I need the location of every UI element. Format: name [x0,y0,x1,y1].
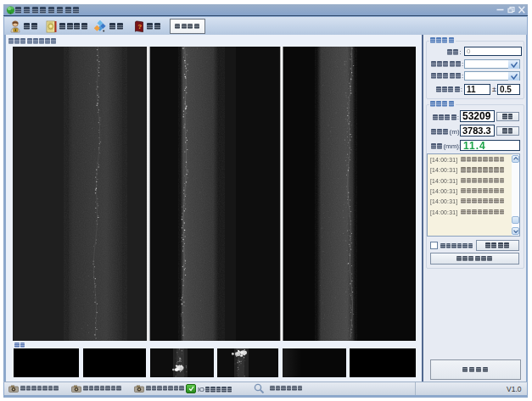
svg-text:?: ? [137,23,142,31]
